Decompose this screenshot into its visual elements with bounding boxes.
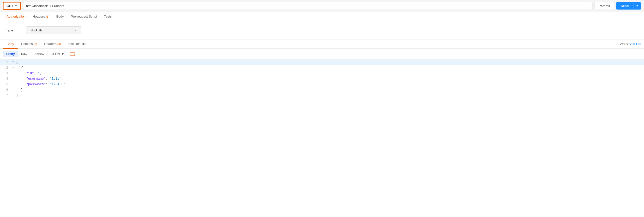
line-content-4: "username": "luis", bbox=[25, 76, 63, 82]
headers-badge: (1) bbox=[46, 15, 49, 18]
json-line-1: 1 ▼ [ bbox=[0, 60, 644, 65]
line-content-1: [ bbox=[15, 60, 18, 65]
top-bar: GET ▼ Params Send ▼ bbox=[0, 0, 644, 12]
svg-rect-2 bbox=[70, 55, 75, 56]
raw-button[interactable]: Raw bbox=[18, 51, 30, 57]
tab-body[interactable]: Body bbox=[53, 12, 67, 21]
method-label: GET bbox=[7, 4, 13, 8]
json-line-5: 5 "password": "123456" bbox=[0, 82, 644, 87]
line-num-3: 3 bbox=[0, 71, 12, 76]
wrap-icon bbox=[70, 52, 75, 56]
auth-select-chevron-icon: ▼ bbox=[75, 29, 77, 32]
tab-response-cookies[interactable]: Cookies (7) bbox=[18, 39, 41, 49]
method-button[interactable]: GET ▼ bbox=[3, 2, 21, 10]
tab-prerequest[interactable]: Pre-request Script bbox=[67, 12, 101, 21]
status-code: 200 OK bbox=[630, 42, 641, 46]
json-line-4: 4 "username": "luis", bbox=[0, 76, 644, 82]
cookies-badge: (7) bbox=[34, 42, 37, 45]
status-label: Status: bbox=[619, 42, 629, 46]
view-group: Pretty Raw Preview bbox=[3, 51, 47, 57]
send-button[interactable]: Send ▼ bbox=[616, 2, 641, 10]
line-num-2: 2 bbox=[0, 65, 12, 71]
response-tabs: Body Cookies (7) Headers (3) Test Result… bbox=[0, 39, 644, 49]
tab-headers[interactable]: Headers (1) bbox=[29, 12, 53, 21]
tab-tests[interactable]: Tests bbox=[101, 12, 115, 21]
line-num-7: 7 bbox=[0, 93, 12, 98]
request-tabs: Authorization Headers (1) Body Pre-reque… bbox=[0, 12, 644, 21]
url-input[interactable] bbox=[23, 2, 593, 10]
tab-response-body[interactable]: Body bbox=[3, 39, 18, 49]
line-content-5: "password": "123456" bbox=[25, 82, 65, 87]
auth-selected-value: No Auth bbox=[30, 28, 42, 32]
auth-type-select[interactable]: No Auth ▼ bbox=[26, 26, 81, 34]
line-num-4: 4 bbox=[0, 76, 12, 82]
svg-rect-1 bbox=[70, 54, 74, 54]
json-line-7: 7 ] bbox=[0, 93, 644, 98]
tab-test-results[interactable]: Test Results bbox=[64, 39, 89, 49]
send-label: Send bbox=[616, 2, 633, 10]
line-toggle-2[interactable]: ▼ bbox=[12, 65, 15, 71]
json-line-3: 3 "id": 1, bbox=[0, 71, 644, 76]
line-toggle-1[interactable]: ▼ bbox=[12, 60, 15, 65]
json-line-2: 2 ▼ { bbox=[0, 65, 644, 71]
json-content-area: 1 ▼ [ 2 ▼ { 3 "id": 1, 4 "username": "lu… bbox=[0, 60, 644, 135]
format-chevron-icon: ▼ bbox=[61, 52, 64, 56]
method-chevron-icon: ▼ bbox=[15, 5, 17, 7]
json-line-6: 6 } bbox=[0, 87, 644, 93]
line-num-6: 6 bbox=[0, 87, 12, 93]
svg-rect-0 bbox=[70, 52, 75, 53]
tab-authorization[interactable]: Authorization bbox=[3, 12, 29, 21]
wrap-button[interactable] bbox=[69, 51, 77, 57]
line-content-7: ] bbox=[15, 93, 18, 98]
preview-button[interactable]: Preview bbox=[30, 51, 47, 57]
send-dropdown-icon[interactable]: ▼ bbox=[633, 3, 641, 9]
tab-response-headers[interactable]: Headers (3) bbox=[41, 39, 64, 49]
pretty-button[interactable]: Pretty bbox=[3, 51, 18, 57]
auth-type-label: Type bbox=[6, 28, 21, 32]
line-content-2: { bbox=[20, 65, 23, 71]
format-select[interactable]: JSON ▼ bbox=[49, 51, 67, 57]
auth-section: Type No Auth ▼ bbox=[0, 21, 644, 39]
line-content-3: "id": 1, bbox=[25, 71, 42, 76]
resp-headers-badge: (3) bbox=[57, 42, 61, 45]
format-value: JSON bbox=[52, 52, 60, 56]
line-num-5: 5 bbox=[0, 82, 12, 87]
line-content-6: } bbox=[20, 87, 23, 93]
response-status: Status: 200 OK bbox=[619, 42, 641, 46]
format-toolbar: Pretty Raw Preview JSON ▼ bbox=[0, 49, 644, 60]
params-button[interactable]: Params bbox=[595, 2, 614, 10]
line-num-1: 1 bbox=[0, 60, 12, 65]
